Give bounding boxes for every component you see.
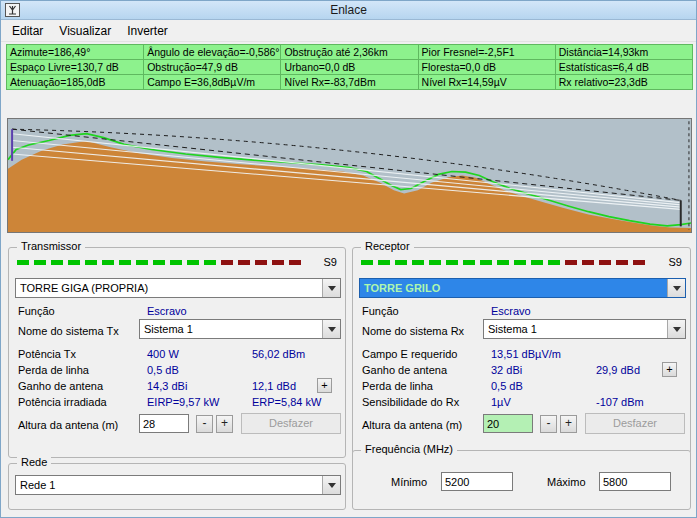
tx-system-combo-button[interactable] — [322, 320, 340, 338]
stat-rx-level-uv: Nível Rx=14,59µV — [418, 75, 555, 90]
tx-height-plus-button[interactable]: + — [216, 415, 233, 433]
tx-undo-button[interactable]: Desfazer — [241, 413, 341, 434]
stats-row: Atenuação=185,0dB Campo E=36,8dBµV/m Nív… — [7, 75, 693, 90]
stat-azimuth: Azimute=186,49° — [7, 45, 144, 60]
enlace-window: Enlace Editar Visualizar Inverter Azimut… — [0, 0, 697, 518]
tx-height-minus-button[interactable]: - — [196, 415, 213, 433]
antenna-icon — [5, 3, 20, 17]
title-bar[interactable]: Enlace — [1, 1, 696, 20]
rx-sensitivity-dbm: -107 dBm — [596, 396, 644, 408]
rx-system-label: Nome do sistema Rx — [362, 325, 464, 337]
rx-station-combo-value: TORRE GRILO — [360, 279, 667, 297]
tx-signal-bar — [17, 260, 306, 265]
network-combo[interactable]: Rede 1 — [15, 475, 341, 495]
chevron-down-icon — [328, 483, 336, 488]
rx-role-row: Função Escravo — [362, 304, 681, 319]
receiver-panel-title: Receptor — [361, 240, 414, 252]
stat-rx-level-dbm: Nível Rx=-83,7dBm — [281, 75, 418, 90]
tx-antenna-gain-dbi: 14,3 dBi — [147, 380, 187, 392]
stat-forest: Floresta=0,0 dB — [418, 60, 555, 75]
tx-role-label: Função — [18, 305, 55, 317]
network-panel: Rede Rede 1 — [8, 463, 346, 510]
frequency-panel-title: Frequência (MHz) — [361, 443, 457, 455]
stat-field-e: Campo E=36,8dBµV/m — [144, 75, 281, 90]
stats-row: Azimute=186,49° Ângulo de elevação=-0,58… — [7, 45, 693, 60]
rx-line-loss-row: Perda de linha 0,5 dB — [362, 379, 681, 394]
stat-elevation-angle: Ângulo de elevação=-0,586° — [144, 45, 281, 60]
tx-station-combo[interactable]: TORRE GIGA (PROPRIA) — [15, 278, 341, 298]
rx-system-combo-value: Sistema 1 — [484, 320, 667, 338]
rx-undo-button[interactable]: Desfazer — [585, 413, 685, 434]
rx-line-loss-value: 0,5 dB — [491, 380, 523, 392]
window-title: Enlace — [1, 3, 696, 17]
tx-role-row: Função Escravo — [18, 304, 336, 319]
chevron-down-icon — [673, 327, 681, 332]
rx-antenna-height-input[interactable] — [483, 414, 533, 433]
rx-height-plus-button[interactable]: + — [560, 415, 577, 433]
tx-line-loss-value: 0,5 dB — [147, 364, 179, 376]
frequency-min-input[interactable] — [441, 472, 513, 491]
stat-obstruction-at: Obstrução até 2,36km — [281, 45, 418, 60]
stat-free-space: Espaço Livre=130,7 dB — [7, 60, 144, 75]
tx-station-combo-button[interactable] — [322, 279, 340, 297]
stat-worst-fresnel: Pior Fresnel=-2,5F1 — [418, 45, 555, 60]
rx-signal-row: S9 — [361, 257, 682, 267]
tx-radiated-power-row: Potência irradiada EIRP=9,57 kW ERP=5,84… — [18, 395, 336, 410]
rx-station-combo-button[interactable] — [667, 279, 685, 297]
stat-urban: Urbano=0,0 dB — [281, 60, 418, 75]
rx-signal-bar — [361, 260, 650, 265]
rx-antenna-gain-row: Ganho de antena 32 dBi 29,9 dBd + — [362, 363, 681, 378]
frequency-max-input[interactable] — [599, 472, 671, 491]
tx-station-combo-value: TORRE GIGA (PROPRIA) — [16, 279, 322, 297]
rx-antenna-gain-dbi: 32 dBi — [491, 364, 522, 376]
rx-system-combo-button[interactable] — [667, 320, 685, 338]
chevron-down-icon — [673, 286, 681, 291]
rx-required-field-label: Campo E requerido — [362, 348, 457, 360]
rx-sensitivity-uv: 1µV — [491, 396, 511, 408]
terrain-profile-chart — [7, 118, 692, 233]
rx-antenna-gain-label: Ganho de antena — [362, 364, 447, 376]
rx-signal-strength-label: S9 — [669, 256, 682, 268]
tx-system-combo-value: Sistema 1 — [140, 320, 322, 338]
app-icon[interactable] — [5, 3, 20, 17]
menu-bar: Editar Visualizar Inverter — [1, 20, 696, 42]
tx-antenna-gain-dbd: 12,1 dBd — [252, 380, 296, 392]
transmitter-panel: Transmissor S9 TORRE GIGA (PROPRIA) Funç… — [8, 247, 346, 458]
rx-antenna-gain-plus-button[interactable]: + — [662, 362, 677, 377]
stat-obstruction-loss: Obstrução=47,9 dB — [144, 60, 281, 75]
tx-antenna-height-label: Altura da antena (m) — [18, 419, 118, 431]
rx-station-combo[interactable]: TORRE GRILO — [359, 278, 686, 298]
rx-antenna-gain-dbd: 29,9 dBd — [596, 364, 640, 376]
tx-signal-strength-label: S9 — [324, 256, 337, 268]
tx-eirp-value: EIRP=9,57 kW — [147, 396, 219, 408]
link-stats-table: Azimute=186,49° Ângulo de elevação=-0,58… — [6, 44, 693, 90]
tx-system-label: Nome do sistema Tx — [18, 325, 119, 337]
rx-antenna-height-label: Altura da antena (m) — [362, 419, 462, 431]
menu-visualizar[interactable]: Visualizar — [51, 21, 119, 41]
tx-line-loss-label: Perda de linha — [18, 364, 89, 376]
tx-antenna-gain-plus-button[interactable]: + — [317, 378, 332, 393]
rx-sensitivity-label: Sensibilidade do Rx — [362, 396, 459, 408]
tx-system-combo[interactable]: Sistema 1 — [139, 319, 341, 339]
network-combo-button[interactable] — [322, 476, 340, 494]
rx-height-minus-button[interactable]: - — [540, 415, 557, 433]
stat-attenuation: Atenuação=185,0dB — [7, 75, 144, 90]
frequency-min-label: Mínimo — [391, 476, 427, 488]
tx-erp-value: ERP=5,84 kW — [252, 396, 321, 408]
tx-antenna-gain-label: Ganho de antena — [18, 380, 103, 392]
rx-role-value: Escravo — [491, 305, 531, 317]
tx-antenna-height-input[interactable] — [139, 414, 189, 433]
tx-line-loss-row: Perda de linha 0,5 dB — [18, 363, 336, 378]
network-combo-value: Rede 1 — [16, 476, 322, 494]
tx-power-dbm-value: 56,02 dBm — [252, 348, 305, 360]
tx-radiated-power-label: Potência irradiada — [18, 396, 107, 408]
rx-system-combo[interactable]: Sistema 1 — [483, 319, 686, 339]
menu-inverter[interactable]: Inverter — [119, 21, 176, 41]
menu-editar[interactable]: Editar — [4, 21, 51, 41]
rx-required-field-value: 13,51 dBµV/m — [491, 348, 561, 360]
network-panel-title: Rede — [17, 456, 51, 468]
tx-power-label: Potência Tx — [18, 348, 76, 360]
frequency-panel: Frequência (MHz) Mínimo Máximo — [352, 450, 691, 510]
stat-distance: Distância=14,93km — [555, 45, 692, 60]
frequency-max-label: Máximo — [547, 476, 586, 488]
